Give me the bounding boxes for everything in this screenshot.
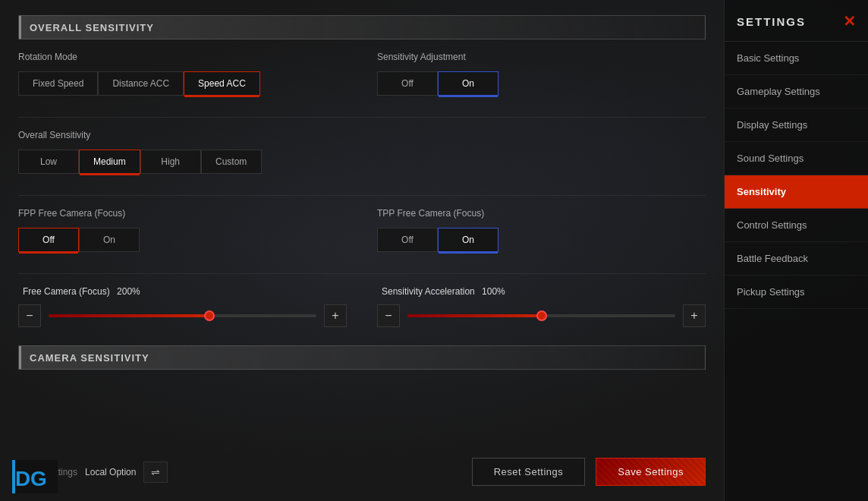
rotation-mode-btn-group: Fixed Speed Distance ACC Speed ACC [18,71,347,96]
sensitivity-adj-on-btn[interactable]: On [438,71,498,96]
free-camera-fill [49,314,209,317]
sidebar-item-display[interactable]: Display Settings [725,109,868,142]
tpp-camera-btn-group: Off On [377,228,706,252]
section-header-overall: Overall Sensitivity [18,15,706,39]
tpp-off-btn[interactable]: Off [377,228,438,252]
transfer-btn[interactable]: ⇌ [143,462,168,483]
rotation-speed-acc-btn[interactable]: Speed ACC [184,71,260,96]
bottom-bar: Cloud Settings Local Option ⇌ Reset Sett… [18,452,706,486]
group-sensitivity-adjustment: Sensitivity Adjustment Off On [377,52,706,96]
sensitivity-adj-off-btn[interactable]: Off [377,71,438,96]
sidebar-item-control[interactable]: Control Settings [725,209,868,242]
sensitivity-accel-label: Sensitivity Acceleration 100% [377,286,706,297]
sensitivity-accel-slider-control: − + [377,304,706,327]
group-free-camera-slider: Free Camera (Focus) 200% − + [18,286,347,327]
settings-title: SETTINGS [737,15,806,28]
sidebar-item-sound[interactable]: Sound Settings [725,142,868,175]
sensitivity-accel-thumb[interactable] [536,310,547,321]
sidebar-item-sensitivity[interactable]: Sensitivity [725,175,868,209]
group-rotation-mode: Rotation Mode Fixed Speed Distance ACC S… [18,52,347,96]
rotation-mode-label: Rotation Mode [18,52,347,62]
overall-sensitivity-label: Overall Sensitivity [18,130,347,140]
sensitivity-accel-track[interactable] [407,314,675,317]
close-icon[interactable]: ✕ [843,12,856,30]
tpp-on-btn[interactable]: On [438,228,498,252]
divider-1 [18,117,706,118]
row-sliders: Free Camera (Focus) 200% − + Sensitivity… [18,286,706,327]
fpp-on-btn[interactable]: On [79,228,140,252]
rotation-fixed-speed-btn[interactable]: Fixed Speed [18,71,98,96]
svg-text:D: D [15,467,30,490]
group-overall-sensitivity: Overall Sensitivity Low Medium High Cust… [18,130,347,174]
rotation-distance-acc-btn[interactable]: Distance ACC [98,71,184,96]
section-title-camera: Camera Sensitivity [30,352,149,364]
row-fpp-tpp: FPP Free Camera (Focus) Off On TPP Free … [18,208,706,252]
tpp-camera-label: TPP Free Camera (Focus) [377,208,706,219]
sidebar-item-pickup[interactable]: Pickup Settings [725,276,868,309]
sidebar-item-battle[interactable]: Battle Feedback [725,242,868,276]
section-header-camera: Camera Sensitivity [18,345,706,370]
sensitivity-adjustment-btn-group: Off On [377,71,706,96]
sensitivity-accel-fill [407,314,542,317]
free-camera-track[interactable] [49,314,316,317]
reset-settings-button[interactable]: Reset Settings [472,458,586,486]
sidebar: SETTINGS ✕ Basic Settings Gameplay Setti… [724,0,868,501]
group-fpp-camera: FPP Free Camera (Focus) Off On [18,208,347,252]
logo: D G [12,460,58,493]
sensitivity-accel-plus-btn[interactable]: + [683,304,706,327]
action-buttons: Reset Settings Save Settings [472,458,706,486]
sidebar-header: SETTINGS ✕ [725,0,868,42]
sidebar-item-basic[interactable]: Basic Settings [725,42,868,75]
fpp-off-btn[interactable]: Off [18,228,79,252]
fpp-camera-label: FPP Free Camera (Focus) [18,208,347,219]
main-container: Overall Sensitivity Rotation Mode Fixed … [0,0,868,501]
sensitivity-low-btn[interactable]: Low [18,150,79,174]
sensitivity-medium-btn[interactable]: Medium [79,150,140,174]
sensitivity-high-btn[interactable]: High [140,150,201,174]
free-camera-plus-btn[interactable]: + [324,304,347,327]
content-panel: Overall Sensitivity Rotation Mode Fixed … [0,0,724,501]
group-sensitivity-accel-slider: Sensitivity Acceleration 100% − + [377,286,706,327]
free-camera-label: Free Camera (Focus) 200% [18,286,347,297]
free-camera-thumb[interactable] [204,310,215,321]
section-title-overall: Overall Sensitivity [30,22,154,33]
svg-rect-3 [12,460,15,493]
sidebar-item-gameplay[interactable]: Gameplay Settings [725,75,868,109]
row-overall-sensitivity: Overall Sensitivity Low Medium High Cust… [18,130,706,174]
overall-sensitivity-btn-group: Low Medium High Custom [18,150,347,174]
group-tpp-camera: TPP Free Camera (Focus) Off On [377,208,706,252]
sensitivity-adjustment-label: Sensitivity Adjustment [377,52,706,62]
save-settings-button[interactable]: Save Settings [596,458,706,486]
row-rotation-sensitivity: Rotation Mode Fixed Speed Distance ACC S… [18,52,706,96]
local-option-label: Local Option [85,467,136,477]
divider-3 [18,273,706,274]
free-camera-slider-control: − + [18,304,347,327]
divider-2 [18,195,706,196]
sensitivity-custom-btn[interactable]: Custom [201,150,262,174]
sensitivity-accel-minus-btn[interactable]: − [377,304,400,327]
fpp-camera-btn-group: Off On [18,228,347,252]
svg-text:G: G [30,467,47,490]
free-camera-minus-btn[interactable]: − [18,304,41,327]
